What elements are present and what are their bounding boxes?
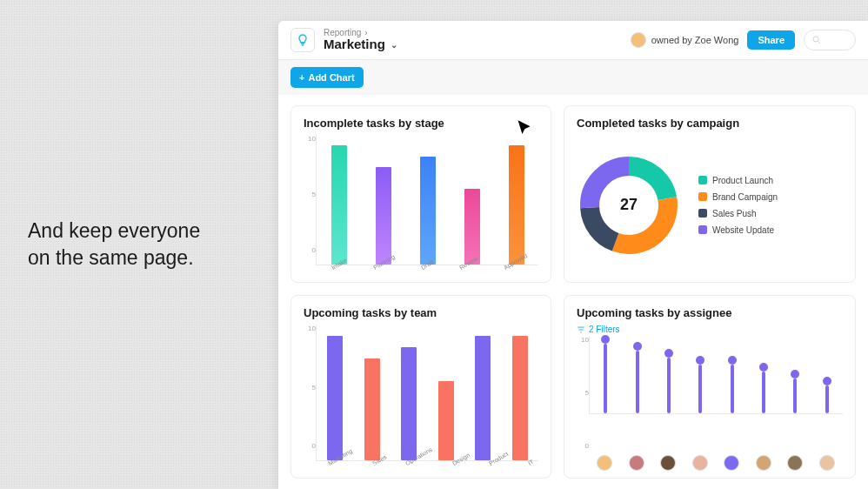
legend-item[interactable]: Website Update (698, 225, 778, 235)
search-icon (811, 35, 822, 45)
assignee-avatar[interactable] (819, 455, 835, 471)
filter-label: 2 Filters (589, 325, 620, 334)
donut-center-value: 27 (577, 153, 681, 258)
hero-line: on the same page. (28, 246, 194, 269)
lollipop-point (601, 335, 610, 413)
card-upcoming-by-team[interactable]: Upcoming tasks by team 1050MarketingSale… (290, 295, 551, 479)
card-title: Upcoming tasks by assignee (577, 306, 843, 319)
app-window: Reporting › Marketing ⌄ owned by Zoe Won… (278, 21, 868, 489)
chart-bar (509, 145, 524, 265)
donut-chart: 27 (577, 153, 681, 258)
project-title-text: Marketing (324, 37, 385, 52)
lollipop-point (728, 356, 737, 413)
lollipop-point (633, 342, 642, 413)
chevron-down-icon: ⌄ (391, 40, 397, 50)
app-header: Reporting › Marketing ⌄ owned by Zoe Won… (278, 21, 868, 60)
share-button[interactable]: Share (747, 30, 795, 50)
lollipop-point (664, 349, 673, 413)
project-title-dropdown[interactable]: Marketing ⌄ (324, 37, 397, 52)
owner-indicator[interactable]: owned by Zoe Wong (631, 32, 739, 48)
card-title: Completed tasks by campaign (577, 117, 843, 130)
lollipop-point (791, 370, 799, 413)
search-input[interactable] (804, 30, 856, 50)
legend-swatch (698, 209, 707, 218)
chart-bar (401, 347, 417, 460)
owner-avatar (631, 32, 646, 48)
assignee-avatar[interactable] (660, 455, 676, 471)
card-incomplete-tasks[interactable]: Incomplete tasks by stage 1050IntakePlan… (290, 105, 551, 283)
filter-link[interactable]: 2 Filters (577, 325, 843, 334)
marketing-hero: And keep everyone on the same page. (0, 0, 278, 489)
add-chart-label: Add Chart (308, 72, 354, 83)
card-title: Incomplete tasks by stage (304, 117, 538, 130)
chart-bar (420, 157, 436, 265)
chart-bar (475, 336, 491, 460)
legend-label: Sales Push (712, 209, 757, 218)
legend-swatch (698, 225, 707, 234)
assignee-avatar[interactable] (756, 455, 771, 471)
chart-bar (512, 336, 528, 460)
donut-legend: Product LaunchBrand CampaignSales PushWe… (698, 176, 778, 235)
chart-bar (376, 167, 391, 265)
chart-bar (327, 336, 343, 460)
chart-bar (331, 145, 347, 265)
assignee-avatar[interactable] (629, 455, 644, 471)
legend-label: Website Update (712, 225, 774, 235)
lollipop-point (696, 356, 704, 413)
assignee-avatar[interactable] (597, 455, 612, 471)
card-title: Upcoming tasks by team (304, 306, 538, 319)
legend-swatch (698, 192, 707, 201)
svg-point-0 (813, 37, 818, 42)
add-chart-button[interactable]: + Add Chart (290, 67, 364, 88)
chart-bar (438, 381, 454, 460)
hero-line: And keep everyone (28, 219, 200, 242)
assignee-avatar[interactable] (787, 455, 803, 471)
project-lightbulb-icon (290, 28, 315, 52)
card-completed-tasks[interactable]: Completed tasks by campaign 27 Product L… (564, 105, 856, 283)
assignee-avatar-row (577, 455, 843, 471)
legend-item[interactable]: Brand Campaign (698, 192, 778, 202)
owner-label: owned by Zoe Wong (651, 35, 739, 45)
assignee-avatar[interactable] (692, 455, 708, 471)
assignee-avatar[interactable] (724, 455, 739, 471)
dashboard-grid: Incomplete tasks by stage 1050IntakePlan… (278, 95, 868, 489)
legend-label: Brand Campaign (712, 192, 778, 202)
card-upcoming-by-assignee[interactable]: Upcoming tasks by assignee 2 Filters 105… (564, 295, 856, 479)
legend-item[interactable]: Product Launch (698, 176, 778, 185)
chart-bar (364, 358, 380, 460)
chart-bar (464, 189, 480, 265)
toolbar: + Add Chart (278, 60, 868, 95)
lollipop-point (759, 363, 768, 413)
legend-label: Product Launch (712, 176, 773, 185)
legend-swatch (698, 176, 707, 184)
filter-icon (577, 325, 585, 334)
lollipop-point (823, 377, 831, 413)
legend-item[interactable]: Sales Push (698, 209, 778, 218)
plus-icon: + (299, 72, 304, 83)
